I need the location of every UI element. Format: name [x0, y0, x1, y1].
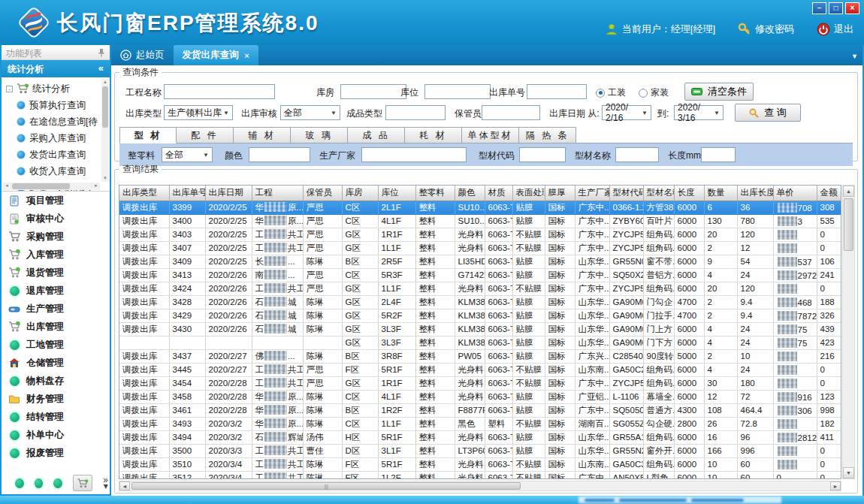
audit-select[interactable]: 全部▼: [280, 105, 340, 120]
column-header-out_length[interactable]: 出库长度: [737, 186, 773, 201]
column-header-code[interactable]: 型材代码: [609, 186, 643, 201]
tree-item-3[interactable]: 采购入库查询: [6, 130, 110, 146]
length-input[interactable]: [701, 147, 736, 162]
sidebar-item-13[interactable]: 结转管理: [2, 408, 110, 426]
tree-horizontal-scrollbar[interactable]: ◄ ►: [3, 183, 100, 190]
table-row[interactable]: 调拨出库34302020/2/26石城陈琳G区3L3F整料KLM38176063…: [119, 322, 841, 336]
column-header-name[interactable]: 型材名称: [643, 186, 674, 201]
table-row[interactable]: 调拨出库34612020/2/28华原...陈琳B区1R2F整料F8877FT6…: [119, 403, 841, 417]
table-row[interactable]: 调拨出库34092020/2/25长...陈琳B区2R5F整料LI35HD606…: [119, 255, 841, 268]
column-header-project[interactable]: 工程: [252, 186, 303, 201]
close-button[interactable]: ×: [845, 2, 859, 14]
table-row[interactable]: 调拨出库34452020/2/27工共工程严思F区5R1F整料光身料6063-T…: [119, 363, 841, 376]
sidebar-item-12[interactable]: 财务管理: [2, 390, 110, 408]
maximize-button[interactable]: □: [829, 2, 843, 14]
column-header-surface[interactable]: 表面处理: [512, 186, 545, 201]
table-row[interactable]: 调拨出库34072020/2/25工共工程严思G区1L1F整料光身料6063-T…: [119, 241, 841, 255]
material-tab-5[interactable]: 成 品: [348, 127, 405, 143]
table-row[interactable]: 调拨出库34542020/2/28工共工程严思G区1R1F整料光身料6063-T…: [119, 376, 841, 390]
manufacturer-input[interactable]: [361, 147, 467, 162]
scroll-right-icon[interactable]: ►: [830, 481, 841, 490]
column-header-order_no[interactable]: 出库单号: [169, 186, 205, 201]
tab-home[interactable]: 起始页: [111, 45, 174, 65]
material-tab-2[interactable]: 配 件: [177, 127, 234, 143]
grid-hscroll-thumb[interactable]: |||: [131, 482, 521, 490]
column-header-price[interactable]: 单价: [773, 186, 817, 201]
table-row[interactable]: 调拨出库34132020/2/26南...严思C区5R3F整料G71422606…: [119, 268, 841, 282]
minimize-button[interactable]: –: [812, 2, 826, 14]
sidebar-section-header[interactable]: 统计分析 «: [2, 60, 110, 77]
date-to-select[interactable]: 2020/ 3/16▼: [674, 105, 724, 120]
search-button[interactable]: 查 询: [735, 104, 801, 122]
footer-circle-icon[interactable]: [53, 478, 62, 488]
tree-expand-icon[interactable]: -: [6, 86, 13, 92]
profile-name-input[interactable]: [615, 147, 659, 162]
column-header-type[interactable]: 出库类型: [119, 186, 169, 201]
location-input[interactable]: [424, 84, 491, 99]
tab-list-dropdown-icon[interactable]: ▼: [851, 53, 858, 60]
product-type-input[interactable]: [385, 105, 446, 120]
scroll-up-icon[interactable]: ▲: [843, 186, 854, 197]
column-header-warehouse[interactable]: 库房: [342, 186, 378, 201]
clear-conditions-button[interactable]: 清空条件: [684, 83, 754, 101]
column-header-manufacturer[interactable]: 生产厂家: [575, 186, 609, 201]
tree-scroll-thumb[interactable]: [102, 86, 108, 128]
tab-shipping-outbound-query[interactable]: 发货出库查询 ×: [174, 45, 258, 65]
scroll-left-icon[interactable]: ◄: [119, 481, 130, 490]
table-row[interactable]: 调拨出库35102020/3/4工共工程陈琳F区5R1F整料光身料6063-T5…: [119, 457, 841, 471]
logout-button[interactable]: 退出: [817, 23, 853, 36]
footer-circle-icon[interactable]: [15, 478, 24, 488]
change-password-button[interactable]: 修改密码: [738, 23, 794, 36]
table-row[interactable]: 调拨出库35002020/3/3工共工程曹佳D区3L1F整料LT3P606063…: [119, 444, 841, 457]
sidebar-item-14[interactable]: 补单中心: [2, 426, 110, 444]
grid-vertical-scrollbar[interactable]: ▲ ▼: [842, 185, 855, 479]
table-row[interactable]: G区3L3F整料KLM38176063-T5贴膜国标山东华...GA90M09.…: [119, 336, 841, 349]
footer-more-button[interactable]: »▾: [103, 477, 108, 489]
table-row[interactable]: 调拨出库34242020/2/26工共工程严思G区1L1F整料光身料6063-T…: [119, 282, 841, 295]
column-header-material[interactable]: 材质: [485, 186, 512, 201]
tree-item-2[interactable]: 在途信息查询[待: [6, 113, 110, 130]
material-tab-7[interactable]: 单体型材: [462, 127, 519, 143]
column-header-location[interactable]: 库位: [378, 186, 415, 201]
scroll-right-icon[interactable]: ►: [92, 183, 100, 189]
sidebar-item-6[interactable]: 退库管理: [2, 282, 110, 300]
tree-hscroll-thumb[interactable]: [12, 183, 70, 189]
table-row[interactable]: 调拨出库34932020/3/2华原...陈琳C区1L1F整料黑色塑料不贴膜国标…: [119, 417, 841, 430]
column-header-date[interactable]: 出库日期: [205, 186, 252, 201]
grid-horizontal-scrollbar[interactable]: ◄ ||| ►: [119, 481, 841, 491]
column-header-keeper[interactable]: 保管员: [303, 186, 342, 201]
tree-vertical-scrollbar[interactable]: ▲ ▼: [101, 79, 109, 182]
tree-root[interactable]: - 统计分析: [6, 80, 110, 97]
out-type-select[interactable]: 生产领料出库▼: [164, 105, 233, 120]
radio-gongzhuang[interactable]: 工装: [596, 86, 626, 99]
material-tab-8[interactable]: 隔 热 条: [519, 127, 576, 143]
order-no-input[interactable]: [527, 84, 587, 99]
sidebar-item-7[interactable]: 生产管理: [2, 300, 110, 318]
sidebar-item-11[interactable]: 物料盘存: [2, 372, 110, 390]
column-header-film[interactable]: 膜厚: [545, 186, 575, 201]
footer-cart-button[interactable]: [73, 475, 93, 491]
table-row[interactable]: 调拨出库34582020/2/28华原...陈琳C区4L1F整料光身料6063-…: [119, 390, 841, 403]
date-from-select[interactable]: 2020/ 2/16▼: [602, 105, 651, 120]
project-name-input[interactable]: [164, 84, 275, 99]
column-header-whole[interactable]: 整零料: [415, 186, 455, 201]
column-header-color[interactable]: 颜色: [455, 186, 485, 201]
sidebar-item-3[interactable]: 采购管理: [2, 228, 110, 246]
scroll-down-icon[interactable]: ▼: [843, 467, 854, 478]
sidebar-item-2[interactable]: 审核中心: [2, 210, 110, 228]
table-row[interactable]: 调拨出库34032020/2/25工共工程严思G区1R1F整料光身料6063-T…: [119, 228, 841, 241]
table-row[interactable]: 调拨出库35122020/3/4工共工程陈琳F区1L2F整料光身料6063-T5…: [119, 471, 841, 479]
pin-icon[interactable]: [98, 48, 105, 57]
color-input[interactable]: [249, 147, 310, 162]
sidebar-item-9[interactable]: 工地管理: [2, 336, 110, 354]
profile-code-input[interactable]: [519, 147, 566, 162]
tree-item-4[interactable]: 发货出库查询: [6, 146, 110, 163]
keeper-input[interactable]: [482, 105, 540, 120]
material-tab-4[interactable]: 玻 璃: [291, 127, 348, 143]
material-tab-1[interactable]: 型 材: [119, 127, 177, 143]
scroll-up-icon[interactable]: ▲: [101, 79, 109, 86]
sidebar-item-5[interactable]: 退货管理: [2, 264, 110, 282]
table-row[interactable]: 调拨出库33992020/2/25华原...严思C区2L1F整料SU10...6…: [119, 201, 841, 214]
footer-circle-icon[interactable]: [35, 478, 44, 488]
tree-item-1[interactable]: 预算执行查询: [6, 97, 110, 113]
